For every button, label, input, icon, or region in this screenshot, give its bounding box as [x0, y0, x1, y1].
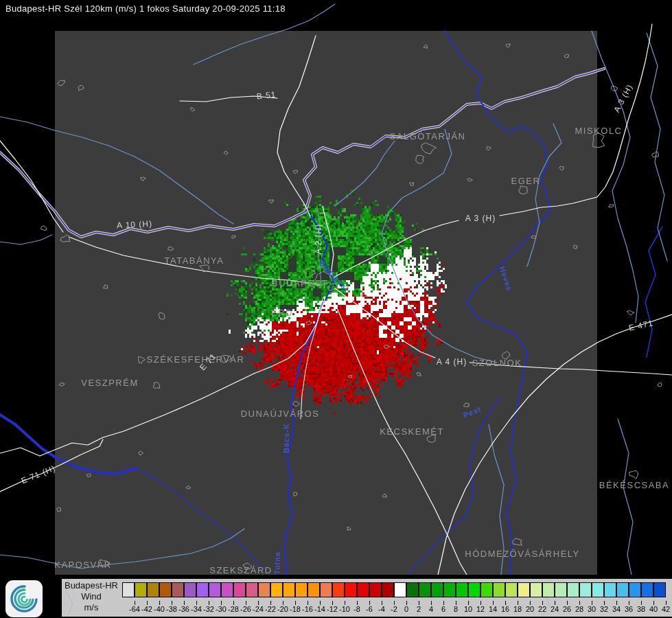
color-scale-box	[135, 582, 147, 597]
color-scale-box	[592, 582, 604, 597]
color-scale-box	[394, 582, 406, 597]
color-scale-box	[147, 582, 159, 597]
color-scale-box	[184, 582, 196, 597]
color-scale-box	[172, 582, 184, 597]
color-scale-box	[468, 582, 480, 597]
legend-panel: Budapest-HR Wind m/s -64-42-40-38-36-34-…	[62, 579, 672, 617]
color-scale-box	[258, 582, 270, 597]
color-scale-box	[579, 582, 592, 597]
legend-product: Budapest-HR	[62, 580, 121, 591]
color-scale-box	[653, 582, 666, 597]
color-scale-box	[295, 582, 308, 597]
color-scale-box	[233, 582, 246, 597]
color-scale-box	[345, 582, 357, 597]
color-scale-box	[369, 582, 382, 597]
color-scale-box	[270, 582, 283, 597]
color-scale-box	[480, 582, 493, 597]
color-scale-box	[641, 582, 653, 597]
doppler-velocity-echo	[0, 0, 672, 618]
color-scale-box	[542, 582, 555, 597]
color-scale-box	[320, 582, 332, 597]
color-scale-box	[122, 582, 135, 597]
color-scale-box	[357, 582, 369, 597]
legend-bar: Budapest-HR Wind m/s -64-42-40-38-36-34-…	[0, 575, 672, 618]
color-scale-box	[419, 582, 431, 597]
color-scale-box	[616, 582, 629, 597]
legend-title-block: Budapest-HR Wind m/s	[62, 580, 121, 613]
color-scale-box	[431, 582, 443, 597]
color-scale-box	[332, 582, 345, 597]
color-scale-box	[308, 582, 320, 597]
color-scale-box	[159, 582, 172, 597]
radar-product-image: SALGÓTARJÁNMISKOLCEGERTATABÁNYABUDAPESTE…	[0, 0, 672, 618]
product-title: Budapest-HR Szél 120km (m/s) 1 fokos Sat…	[5, 3, 286, 14]
color-scale-box	[406, 582, 419, 597]
color-scale-box	[493, 582, 505, 597]
color-scale-box	[382, 582, 394, 597]
color-scale-box	[518, 582, 530, 597]
color-scale-box	[196, 582, 209, 597]
color-scale-box	[629, 582, 641, 597]
color-scale-box	[604, 582, 616, 597]
color-scale-box	[505, 582, 518, 597]
color-scale-box	[209, 582, 221, 597]
color-scale-box	[283, 582, 295, 597]
app-logo-spiral-icon	[5, 580, 43, 617]
color-scale-box	[221, 582, 233, 597]
color-scale-box	[567, 582, 579, 597]
color-scale-box	[530, 582, 542, 597]
color-scale-box	[555, 582, 567, 597]
legend-unit: m/s	[62, 602, 121, 613]
color-scale-label: 42	[657, 605, 672, 613]
color-scale-box	[246, 582, 258, 597]
color-scale-box	[456, 582, 468, 597]
color-scale-box	[443, 582, 456, 597]
legend-parameter: Wind	[62, 591, 121, 602]
